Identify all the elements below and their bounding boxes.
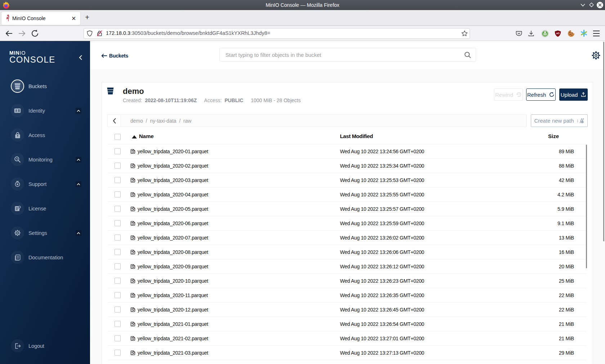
svg-text:uO: uO — [556, 32, 559, 35]
